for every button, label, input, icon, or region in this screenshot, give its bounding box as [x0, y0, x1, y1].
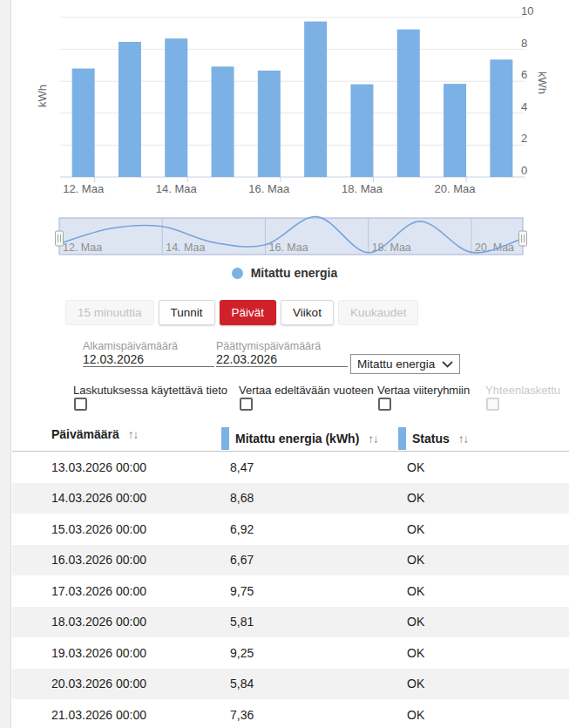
table-row: 20.03.2026 00:005,84OK [12, 669, 569, 700]
chart-bar[interactable] [165, 38, 187, 177]
start-date-label: Alkamispäivämäärä [83, 340, 178, 352]
row-energy-value: 9,75 [230, 584, 254, 598]
start-date-input[interactable]: 12.03.2026 [83, 352, 144, 366]
row-date: 19.03.2026 00:00 [51, 646, 146, 660]
table-row: 18.03.2026 00:005,81OK [12, 607, 569, 638]
sort-icons[interactable]: ↑↓ [128, 428, 139, 441]
y-axis-title-right: kWh [536, 71, 549, 94]
table-row: 15.03.2026 00:006,92OK [12, 514, 569, 545]
resolution-button-päivät[interactable]: Päivät [220, 300, 277, 325]
end-date-input[interactable]: 22.03.2026 [216, 352, 277, 366]
legend-series-dot [232, 268, 243, 279]
y-axis-tick-label: 4 [521, 100, 527, 113]
chart-bar[interactable] [258, 71, 281, 177]
series-marker [398, 427, 406, 450]
navigator-tick-label: 18. Maa [372, 242, 411, 254]
resolution-button-viikot[interactable]: Viikot [281, 300, 334, 325]
checkbox-label-1: Vertaa edeltävään vuoteen [239, 384, 374, 397]
y-axis-tick-label: 2 [521, 132, 527, 145]
chevron-down-icon [442, 361, 453, 368]
y-axis-tick-label: 8 [521, 37, 527, 50]
column-header-0[interactable]: Päivämäärä↑↓ [51, 427, 138, 441]
chart-legend[interactable]: Mitattu energia [12, 262, 557, 283]
chart-bar[interactable] [444, 84, 466, 177]
energy-consumption-view: 024681012. Maa14. Maa16. Maa18. Maa20. M… [0, 0, 569, 728]
chart-bar[interactable] [350, 85, 373, 177]
table-row: 19.03.2026 00:009,25OK [12, 637, 569, 669]
x-axis-tick-label: 16. Maa [248, 182, 290, 195]
row-status: OK [407, 553, 424, 567]
y-axis-title-left: kWh [36, 85, 49, 107]
sort-icons[interactable]: ↑↓ [458, 432, 469, 446]
x-axis-tick-label: 20. Maa [435, 182, 477, 195]
chart-bar[interactable] [212, 66, 234, 177]
row-energy-value: 6,67 [230, 553, 254, 567]
end-date-label: Päättymispäivämäärä [216, 340, 321, 352]
row-status: OK [407, 584, 424, 598]
resolution-button-kuukaudet[interactable]: Kuukaudet [338, 300, 419, 325]
row-energy-value: 9,25 [230, 646, 254, 660]
row-date: 20.03.2026 00:00 [51, 677, 146, 691]
navigator-tick-label: 14. Maa [166, 242, 205, 254]
row-energy-value: 5,84 [230, 677, 254, 691]
series-marker [221, 427, 229, 450]
end-date-underline [216, 366, 348, 367]
checkbox-0[interactable] [74, 398, 87, 411]
x-axis-tick-label: 14. Maa [156, 182, 198, 195]
row-status: OK [407, 615, 424, 629]
table-header: Päivämäärä↑↓Mitattu energia (kWh)↑↓Statu… [12, 423, 569, 452]
row-date: 14.03.2026 00:00 [51, 491, 146, 505]
row-status: OK [407, 460, 424, 474]
row-date: 21.03.2026 00:00 [51, 708, 146, 722]
navigator-tick-label: 12. Maa [63, 242, 102, 254]
table-body: 13.03.2026 00:008,47OK14.03.2026 00:008,… [12, 452, 569, 728]
x-axis-tick-label: 12. Maa [63, 182, 105, 195]
start-date-underline [83, 366, 214, 367]
y-axis-tick-label: 10 [521, 4, 533, 17]
row-energy-value: 5,81 [230, 615, 254, 629]
row-energy-value: 8,47 [230, 460, 254, 474]
navigator-handle-right[interactable] [519, 231, 527, 246]
legend-series-label: Mitattu energia [251, 266, 338, 280]
resolution-button-15-minuuttia[interactable]: 15 minuuttia [65, 300, 154, 325]
row-energy-value: 7,36 [230, 708, 254, 722]
column-header-label: Status [412, 432, 450, 446]
table-row: 21.03.2026 00:007,36OK [12, 699, 569, 728]
navigator-tick-label: 16. Maa [268, 242, 308, 254]
checkbox-label-2: Vertaa viiteryhmiin [377, 384, 470, 397]
checkbox-label-0: Laskutuksessa käytettävä tieto [73, 384, 227, 397]
chart-bar[interactable] [304, 22, 327, 177]
measure-select-value: Mitattu energia [357, 357, 435, 371]
row-date: 15.03.2026 00:00 [51, 522, 146, 536]
checkbox-2[interactable] [378, 398, 391, 411]
row-date: 13.03.2026 00:00 [51, 460, 146, 474]
chart-bar[interactable] [397, 30, 420, 177]
resolution-button-group: 15 minuuttiaTunnitPäivätViikotKuukaudet [65, 300, 418, 325]
row-date: 16.03.2026 00:00 [51, 553, 146, 567]
column-header-2[interactable]: Status↑↓ [398, 427, 468, 450]
row-status: OK [407, 677, 424, 691]
column-header-1[interactable]: Mitattu energia (kWh)↑↓ [221, 427, 378, 450]
row-status: OK [407, 646, 424, 660]
row-energy-value: 8,68 [230, 491, 254, 505]
table-row: 16.03.2026 00:006,67OK [12, 545, 569, 576]
checkbox-label-3: Yhteenlaskettu [485, 384, 560, 397]
energy-bar-chart: 024681012. Maa14. Maa16. Maa18. Maa20. M… [0, 0, 569, 288]
chart-bar[interactable] [72, 69, 95, 177]
row-energy-value: 6,92 [230, 522, 254, 536]
chart-bar[interactable] [119, 42, 141, 177]
row-status: OK [407, 522, 424, 536]
resolution-button-tunnit[interactable]: Tunnit [159, 300, 215, 325]
y-axis-tick-label: 0 [521, 164, 527, 177]
checkbox-3[interactable] [486, 398, 499, 411]
row-date: 18.03.2026 00:00 [51, 615, 146, 629]
sort-icons[interactable]: ↑↓ [368, 432, 378, 446]
column-header-label: Mitattu energia (kWh) [235, 432, 359, 446]
checkbox-1[interactable] [240, 398, 253, 411]
column-header-label: Päivämäärä [51, 427, 119, 441]
row-status: OK [407, 708, 424, 722]
chart-bar[interactable] [490, 59, 512, 177]
navigator-handle-left[interactable] [56, 231, 64, 246]
measure-select[interactable]: Mitattu energia [350, 354, 460, 374]
y-axis-tick-label: 6 [521, 68, 527, 81]
